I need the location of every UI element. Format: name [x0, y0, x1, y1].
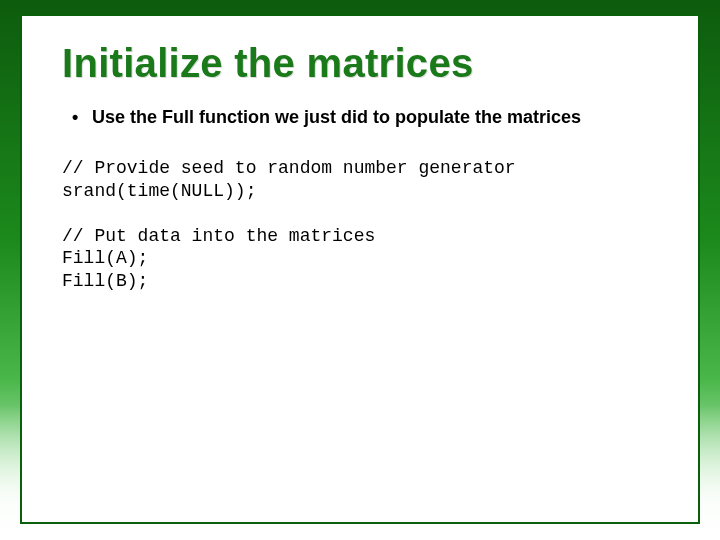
slide-card: Initialize the matrices Use the Full fun…	[20, 14, 700, 524]
slide-title: Initialize the matrices	[62, 42, 658, 84]
code-line: Fill(A);	[62, 248, 148, 268]
code-block: // Provide seed to random number generat…	[62, 157, 658, 292]
code-line: Fill(B);	[62, 271, 148, 291]
slide-background: Initialize the matrices Use the Full fun…	[0, 0, 720, 540]
bullet-list: Use the Full function we just did to pop…	[70, 106, 658, 129]
code-line: srand(time(NULL));	[62, 181, 256, 201]
bullet-item: Use the Full function we just did to pop…	[70, 106, 658, 129]
code-line: // Provide seed to random number generat…	[62, 158, 516, 178]
code-line: // Put data into the matrices	[62, 226, 375, 246]
